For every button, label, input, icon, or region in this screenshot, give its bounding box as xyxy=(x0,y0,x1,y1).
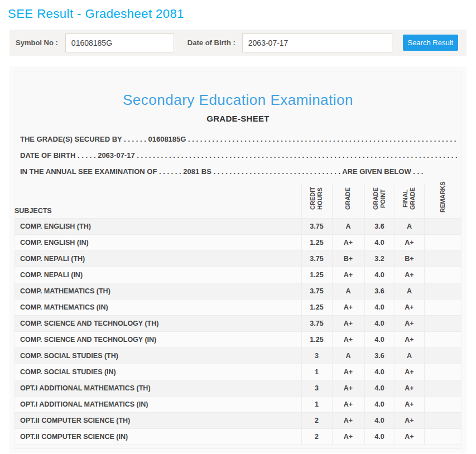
table-row: OPT.I ADDITIONAL MATHEMATICS (IN) 1 A+ 4… xyxy=(15,397,461,413)
table-row: COMP. SCIENCE AND TECHNOLOGY (IN) 1.25 A… xyxy=(15,332,461,348)
grade-point-cell: 4.0 xyxy=(364,332,395,348)
credit-hours-cell: 1.25 xyxy=(301,300,332,316)
subject-cell: OPT.II COMPUTER SCIENCE (TH) xyxy=(15,413,301,429)
remarks-cell xyxy=(424,316,461,332)
grade-cell: A xyxy=(332,219,364,235)
table-row: OPT.II COMPUTER SCIENCE (IN) 2 A+ 4.0 A+ xyxy=(15,429,461,445)
result-panel-outer: Secondary Education Examination GRADE-SH… xyxy=(9,66,467,453)
remarks-cell xyxy=(424,251,461,267)
table-row: COMP. MATHEMATICS (IN) 1.25 A+ 4.0 A+ xyxy=(15,300,461,316)
credit-hours-cell: 3 xyxy=(301,380,332,397)
col-header-subjects: SUBJECTS xyxy=(15,185,301,219)
date-of-birth-label: Date of Birth : xyxy=(187,38,235,47)
table-row: COMP. NEPALI (TH) 3.75 B+ 3.2 B+ xyxy=(15,251,461,267)
remarks-cell xyxy=(424,348,461,364)
grade-point-cell: 3.2 xyxy=(364,251,395,267)
credit-hours-cell: 3 xyxy=(301,348,332,364)
credit-hours-cell: 3.75 xyxy=(301,251,332,267)
subject-cell: OPT.I ADDITIONAL MATHEMATICS (IN) xyxy=(15,397,301,413)
grade-cell: B+ xyxy=(332,251,364,267)
credit-hours-cell: 1 xyxy=(301,364,332,380)
credit-hours-cell: 2 xyxy=(301,413,332,429)
page-title: SEE Result - Gradesheet 2081 xyxy=(8,7,476,21)
grade-cell: A+ xyxy=(332,364,364,380)
remarks-cell xyxy=(424,235,461,251)
remarks-cell xyxy=(424,413,461,429)
final-grade-cell: A xyxy=(395,219,424,235)
grade-point-cell: 3.6 xyxy=(364,283,395,300)
subject-cell: OPT.II COMPUTER SCIENCE (IN) xyxy=(15,429,301,445)
final-grade-cell: A xyxy=(395,283,424,300)
credit-hours-cell: 3.75 xyxy=(301,283,332,300)
table-row: COMP. ENGLISH (TH) 3.75 A 3.6 A xyxy=(15,219,461,235)
grade-cell: A+ xyxy=(332,413,364,429)
final-grade-cell: A+ xyxy=(395,380,424,397)
table-row: COMP. NEPALI (IN) 1.25 A+ 4.0 A+ xyxy=(15,267,461,283)
table-row: COMP. MATHEMATICS (TH) 3.75 A 3.6 A xyxy=(15,283,461,300)
subject-cell: COMP. MATHEMATICS (TH) xyxy=(15,283,301,300)
final-grade-cell: A+ xyxy=(395,429,424,445)
col-header-grade-point: GRADE POINT xyxy=(364,185,395,219)
col-header-grade: GRADE xyxy=(332,185,364,219)
subject-cell: COMP. ENGLISH (IN) xyxy=(15,235,301,251)
grade-point-cell: 4.0 xyxy=(364,300,395,316)
col-header-credit-hours: CREDIT HOURS xyxy=(301,185,332,219)
table-row: OPT.I ADDITIONAL MATHEMATICS (TH) 3 A+ 4… xyxy=(15,380,461,397)
date-of-birth-line: DATE OF BIRTH . . . . . 2063-07-17 . . .… xyxy=(19,147,457,163)
remarks-cell xyxy=(424,429,461,445)
credit-hours-cell: 1.25 xyxy=(301,235,332,251)
table-header-row: SUBJECTS CREDIT HOURS GRADE GRADE POINT … xyxy=(15,185,461,219)
table-row: OPT.II COMPUTER SCIENCE (TH) 2 A+ 4.0 A+ xyxy=(15,413,461,429)
table-row: COMP. SOCIAL STUDIES (IN) 1 A+ 4.0 A+ xyxy=(15,364,461,380)
final-grade-cell: A xyxy=(395,348,424,364)
final-grade-cell: A+ xyxy=(395,300,424,316)
remarks-cell xyxy=(424,332,461,348)
grade-point-cell: 4.0 xyxy=(364,413,395,429)
grade-point-cell: 4.0 xyxy=(364,235,395,251)
table-row: COMP. SCIENCE AND TECHNOLOGY (TH) 3.75 A… xyxy=(15,316,461,332)
subject-cell: COMP. SCIENCE AND TECHNOLOGY (IN) xyxy=(15,332,301,348)
grade-point-cell: 4.0 xyxy=(364,364,395,380)
symbol-no-label: Symbol No : xyxy=(16,38,58,47)
grade-cell: A+ xyxy=(332,235,364,251)
grade-cell: A+ xyxy=(332,429,364,445)
subject-cell: COMP. NEPALI (TH) xyxy=(15,251,301,267)
subject-cell: COMP. SOCIAL STUDIES (IN) xyxy=(15,364,301,380)
grade-cell: A xyxy=(332,283,364,300)
secured-by-line: THE GRADE(S) SECURED BY . . . . . . 0160… xyxy=(19,131,457,147)
remarks-cell xyxy=(424,283,461,300)
gradesheet-subheading: GRADE-SHEET xyxy=(15,114,461,123)
grade-point-cell: 4.0 xyxy=(364,429,395,445)
gpa-summary: GRADE POINT AVERAGE (GPA) : 3.77 xyxy=(15,445,461,449)
grade-point-cell: 3.6 xyxy=(364,219,395,235)
col-header-remarks: REMARKS xyxy=(424,185,461,219)
remarks-cell xyxy=(424,219,461,235)
search-result-button[interactable]: Search Result xyxy=(403,35,458,51)
subject-cell: COMP. SCIENCE AND TECHNOLOGY (TH) xyxy=(15,316,301,332)
symbol-no-input[interactable] xyxy=(65,33,174,52)
final-grade-cell: A+ xyxy=(395,413,424,429)
subject-cell: COMP. ENGLISH (TH) xyxy=(15,219,301,235)
grade-cell: A+ xyxy=(332,380,364,397)
grade-cell: A xyxy=(332,348,364,364)
grade-point-cell: 4.0 xyxy=(364,267,395,283)
subject-cell: COMP. SOCIAL STUDIES (TH) xyxy=(15,348,301,364)
exam-year-line: IN THE ANNUAL SEE EXAMINATION OF . . . .… xyxy=(19,163,457,180)
final-grade-cell: A+ xyxy=(395,267,424,283)
grade-point-cell: 3.6 xyxy=(364,348,395,364)
col-header-final-grade: FINAL GRADE xyxy=(395,185,424,219)
grade-cell: A+ xyxy=(332,316,364,332)
final-grade-cell: A+ xyxy=(395,235,424,251)
remarks-cell xyxy=(424,397,461,413)
remarks-cell xyxy=(424,267,461,283)
final-grade-cell: A+ xyxy=(395,316,424,332)
grade-point-cell: 4.0 xyxy=(364,397,395,413)
credit-hours-cell: 1.25 xyxy=(301,332,332,348)
date-of-birth-input[interactable] xyxy=(242,33,392,52)
credit-hours-cell: 3.75 xyxy=(301,219,332,235)
credit-hours-cell: 3.75 xyxy=(301,316,332,332)
subject-cell: COMP. NEPALI (IN) xyxy=(15,267,301,283)
gradesheet-panel: Secondary Education Examination GRADE-SH… xyxy=(14,71,462,449)
subject-cell: COMP. MATHEMATICS (IN) xyxy=(15,300,301,316)
final-grade-cell: B+ xyxy=(395,251,424,267)
